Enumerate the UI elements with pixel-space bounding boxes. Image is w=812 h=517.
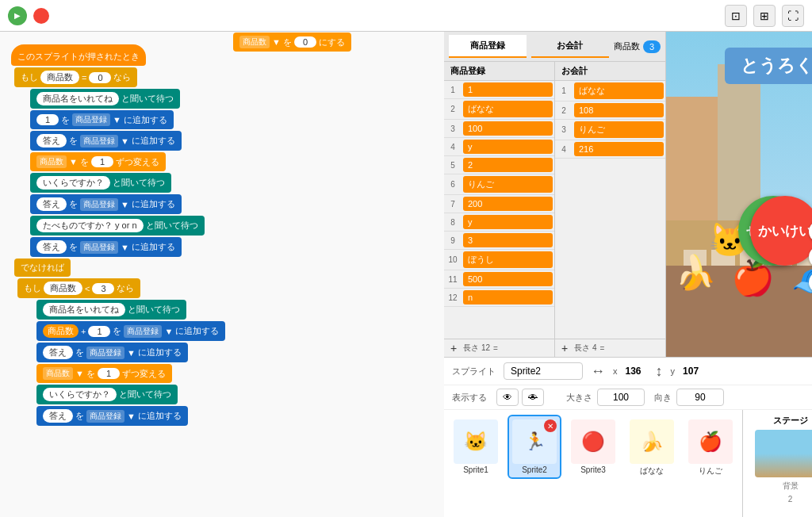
count-val: 3: [649, 42, 654, 52]
size-group: 大きさ: [566, 389, 645, 406]
add-block-5[interactable]: 答え を 商品登録 ▼ に追加する: [36, 406, 188, 426]
ask-block-4[interactable]: 商品名をいれてね と聞いて待つ: [36, 300, 186, 320]
cond2-op: <: [85, 284, 90, 293]
size-input[interactable]: [597, 389, 645, 406]
set-block[interactable]: 商品数 ▼ を 0 にする: [233, 33, 351, 52]
list-shohin-items: 112ばなな31004y526りんご72008y9310ぼうし1150012n: [444, 81, 554, 339]
kaikei-button[interactable]: かいけい: [750, 196, 812, 266]
list-shohin: 商品登録 112ばなな31004y526りんご72008y9310ぼうし1150…: [444, 62, 555, 357]
change-block-2[interactable]: 商品数 ▼ を 1 ずつ変える: [36, 364, 172, 383]
list-item: 11: [444, 81, 554, 99]
zoom-in-button[interactable]: +: [809, 220, 812, 243]
sprites-top: スプライト ↔ x 136 ↕ y 107: [444, 358, 812, 385]
fit-screen-button[interactable]: ⊡: [725, 5, 747, 27]
cond2-val: 3: [92, 283, 114, 294]
ask-block-5[interactable]: いくらですか？ と聞いて待つ: [36, 385, 178, 404]
ask-block-1[interactable]: 商品名をいれてね と聞いて待つ: [30, 89, 180, 109]
list-item: 6りんご: [444, 174, 554, 195]
ask4-end: と聞いて待つ: [128, 304, 180, 316]
change2-val: 1: [98, 368, 120, 379]
list-tab-shohin[interactable]: 商品登録: [449, 35, 527, 58]
stage-thumbnail[interactable]: [755, 430, 813, 477]
list-item: 93: [444, 232, 554, 250]
sprite-item-3[interactable]: 🔴 Sprite3: [566, 415, 620, 479]
sprite-thumb-2: 🏃 ✕: [512, 419, 557, 464]
hide-button[interactable]: 👁: [522, 389, 544, 406]
bg-num: 2: [788, 495, 793, 504]
sprite-name-input[interactable]: [504, 362, 583, 380]
stage-panel: ステージ 背景 2: [742, 410, 812, 517]
add-block-2[interactable]: 答え を 商品登録 ▼ に追加する: [30, 194, 182, 214]
item-count-badge: 3: [643, 40, 661, 53]
change1-val: 1: [91, 156, 113, 167]
else-block[interactable]: でなければ: [14, 258, 71, 277]
dir-label: 向き: [654, 392, 672, 404]
add4b-ans: 答え: [43, 346, 73, 359]
ask5-end: と聞いて待つ: [119, 389, 171, 400]
list-item: 1ばなな: [555, 81, 665, 101]
add3-list[interactable]: 商品登録: [80, 241, 118, 254]
then2-label: なら: [117, 282, 134, 294]
add-shohin-item[interactable]: +: [450, 342, 457, 354]
stage-label: ステージ: [773, 415, 808, 427]
add2-list[interactable]: 商品登録: [80, 198, 118, 211]
add1a-list[interactable]: 商品登録: [72, 113, 110, 126]
blocks-panel: このスプライトが押されたとき もし 商品数 = 0 なら 商: [0, 32, 444, 517]
right-panel: 商品登録 お会計 商品数 3 商品登録: [444, 32, 812, 517]
change1-end: ずつ変える: [116, 156, 159, 168]
if-label-1: もし: [21, 71, 38, 83]
list-item: 11500: [444, 270, 554, 289]
sprite-item-banana[interactable]: 🍌 ばなな: [625, 415, 679, 481]
add-block-3[interactable]: 答え を 商品登録 ▼ に追加する: [30, 237, 182, 257]
add-okaikei-item[interactable]: +: [561, 342, 568, 354]
green-flag-button[interactable]: [8, 6, 27, 25]
list-tab-okaikei[interactable]: お会計: [531, 35, 609, 58]
fullscreen-button[interactable]: ⛶: [782, 5, 804, 27]
add-block-4a[interactable]: 商品数 + 1 を 商品登録 ▼ に追加する: [36, 321, 225, 341]
sprites-panel: スプライト ↔ x 136 ↕ y 107 表示する 👁 👁 大きさ: [444, 357, 812, 517]
fit-button[interactable]: =: [809, 271, 812, 293]
sprite-item-1[interactable]: 🐱 Sprite1: [449, 415, 503, 479]
zoom-out-button[interactable]: −: [809, 246, 812, 268]
if-block-2[interactable]: もし 商品数 < 3 なら: [17, 278, 140, 298]
add4a-end: に追加する: [175, 325, 219, 337]
delete-sprite-2[interactable]: ✕: [544, 419, 557, 432]
ask3-text: たべものですか？ y or n: [36, 219, 144, 232]
lists-content: 商品登録 112ばなな31004y526りんご72008y9310ぼうし1150…: [444, 62, 665, 357]
add-block-1a[interactable]: 1 を 商品登録 ▼ に追加する: [30, 110, 174, 129]
add-block-4b[interactable]: 答え を 商品登録 ▼ に追加する: [36, 343, 188, 362]
change-block-1[interactable]: 商品数 ▼ を 1 ずつ変える: [30, 152, 166, 171]
set-var[interactable]: 商品数: [239, 36, 270, 48]
add1a-end: に追加する: [124, 114, 167, 126]
expand-button[interactable]: ⊞: [753, 5, 776, 27]
dir-input[interactable]: [676, 389, 724, 406]
sprite-item-apple[interactable]: 🍎 りんご: [684, 415, 737, 481]
list-item: 4216: [555, 140, 665, 159]
show-button[interactable]: 👁: [496, 389, 519, 406]
change2-var[interactable]: 商品数: [43, 367, 73, 380]
script-group-1: このスプライトが押されたとき もし 商品数 = 0 なら 商: [11, 44, 433, 426]
add-block-1b[interactable]: 答え を 商品登録 ▼ に追加する: [30, 131, 182, 151]
ask-block-3[interactable]: たべものですか？ y or n と聞いて待つ: [30, 216, 205, 236]
ask5-text: いくらですか？: [43, 388, 117, 401]
add4a-list[interactable]: 商品登録: [124, 325, 162, 338]
set-end: にする: [319, 36, 345, 48]
add5-list[interactable]: 商品登録: [86, 410, 124, 423]
sprite-list: 🐱 Sprite1 🏃 ✕ Sprite2 🔴 Sprit: [444, 410, 742, 517]
add1b-list[interactable]: 商品登録: [80, 135, 118, 147]
sprite-item-2[interactable]: 🏃 ✕ Sprite2: [508, 415, 561, 479]
list-okaikei-header: お会計: [555, 62, 665, 81]
ask-block-2[interactable]: いくらですか？ と聞いて待つ: [30, 173, 171, 193]
change1-var[interactable]: 商品数: [36, 155, 67, 168]
list-item: 7200: [444, 195, 554, 213]
hat-block-1[interactable]: このスプライトが押されたとき: [11, 44, 146, 66]
ask4-text: 商品名をいれてね: [43, 303, 125, 316]
list-item: 52: [444, 156, 554, 174]
ask1-text: 商品名をいれてね: [36, 92, 119, 105]
add5-end: に追加する: [138, 410, 182, 422]
stop-button[interactable]: [33, 8, 49, 24]
kaikei-label: かいけい: [758, 222, 812, 240]
add4b-list[interactable]: 商品登録: [86, 347, 124, 359]
script-group-2: が押されたとき とうろく 商品登録 ▼ のすべてを削除する 商品数: [233, 32, 444, 52]
if-block-1[interactable]: もし 商品数 = 0 なら: [14, 67, 137, 87]
